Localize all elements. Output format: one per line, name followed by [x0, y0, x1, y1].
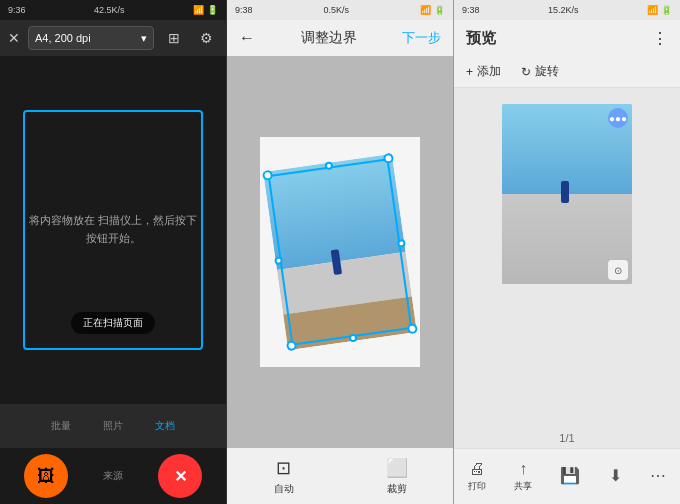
share-tool[interactable]: ↑ 共享 [514, 460, 532, 493]
status-bar-1: 9:36 42.5K/s 📶 🔋 [0, 0, 226, 20]
next-button[interactable]: 下一步 [402, 29, 441, 47]
crop-label: 裁剪 [387, 482, 407, 496]
scan-instructions: 将内容物放在 扫描仪上，然后按下 按钮开始。 [25, 212, 201, 247]
auto-icon: ⊡ [272, 456, 296, 480]
more-tool[interactable]: ⋯ [650, 466, 666, 487]
add-label: 添加 [477, 63, 501, 80]
page-indicator: 1/1 [454, 428, 680, 448]
speed-2: 0.5K/s [324, 5, 350, 15]
save-icon: 💾 [560, 466, 580, 485]
auto-label: 自动 [274, 482, 294, 496]
preview-title: 预览 [466, 29, 496, 48]
adjust-bottom-toolbar: ⊡ 自动 ⬜ 裁剪 [227, 448, 453, 504]
format-value: A4, 200 dpi [35, 32, 91, 44]
preview-panel: 9:38 15.2K/s 📶 🔋 预览 ⋮ + 添加 ↻ 旋转 ●●● ⊙ [454, 0, 680, 504]
signal-icons-2: 📶 🔋 [420, 5, 445, 15]
share-label: 共享 [514, 480, 532, 493]
tab-doc[interactable]: 文档 [155, 419, 175, 433]
settings-icon[interactable]: ⚙ [194, 26, 218, 50]
more-horiz-icon: ⋯ [650, 466, 666, 485]
status-bar-2: 9:38 0.5K/s 📶 🔋 [227, 0, 453, 20]
scan-area: 将内容物放在 扫描仪上，然后按下 按钮开始。 正在扫描页面 [0, 56, 226, 404]
adjust-content [227, 56, 453, 448]
preview-image [502, 104, 632, 284]
back-button[interactable]: ← [239, 29, 255, 47]
adjust-title: 调整边界 [301, 29, 357, 47]
add-icon: + [466, 65, 473, 79]
crop-icon: ⬜ [385, 456, 409, 480]
gallery-label: 来源 [103, 469, 123, 483]
adjust-border-panel: 9:38 0.5K/s 📶 🔋 ← 调整边界 下一步 [227, 0, 454, 504]
bottom-tabs: 批量 照片 文档 [0, 404, 226, 448]
tab-batch[interactable]: 批量 [51, 419, 71, 433]
rotate-icon: ↻ [521, 65, 531, 79]
preview-bottom-toolbar: 🖨 打印 ↑ 共享 💾 ⬇ ⋯ [454, 448, 680, 504]
format-select[interactable]: A4, 200 dpi ▾ [28, 26, 154, 50]
document-container [260, 137, 420, 367]
copy-icon[interactable]: ⊞ [162, 26, 186, 50]
gallery-button[interactable]: 🖼 [24, 454, 68, 498]
action-bar: + 添加 ↻ 旋转 [454, 56, 680, 88]
auto-tool[interactable]: ⊡ 自动 [272, 456, 296, 496]
preview-copy-button[interactable]: ⊙ [608, 260, 628, 280]
corner-handle-bl[interactable] [286, 340, 297, 351]
preview-toolbar: 预览 ⋮ [454, 20, 680, 56]
save-tool[interactable]: 💾 [560, 466, 580, 487]
tab-photo[interactable]: 照片 [103, 419, 123, 433]
download-tool[interactable]: ⬇ [609, 466, 622, 487]
preview-more-button[interactable]: ●●● [608, 108, 628, 128]
time-2: 9:38 [235, 5, 253, 15]
time-3: 9:38 [462, 5, 480, 15]
cancel-button[interactable]: ✕ [158, 454, 202, 498]
preview-content: ●●● ⊙ [454, 88, 680, 428]
menu-button[interactable]: ⋮ [652, 29, 668, 48]
speed-3: 15.2K/s [548, 5, 579, 15]
print-icon: 🖨 [469, 460, 485, 478]
download-icon: ⬇ [609, 466, 622, 485]
scanner-panel: 9:36 42.5K/s 📶 🔋 ✕ A4, 200 dpi ▾ ⊞ ⚙ 将内容… [0, 0, 227, 504]
gallery-icon: 🖼 [37, 466, 55, 487]
scan-status-badge: 正在扫描页面 [71, 312, 155, 334]
cancel-icon: ✕ [174, 467, 187, 486]
tab-batch-label: 批量 [51, 419, 71, 433]
rotate-action[interactable]: ↻ 旋转 [521, 63, 559, 80]
close-button[interactable]: ✕ [8, 30, 20, 46]
status-bar-3: 9:38 15.2K/s 📶 🔋 [454, 0, 680, 20]
preview-image-container: ●●● ⊙ [502, 104, 632, 284]
figure [561, 181, 569, 203]
rotate-label: 旋转 [535, 63, 559, 80]
corner-handle-br[interactable] [407, 323, 418, 334]
tab-doc-label: 文档 [155, 419, 175, 433]
share-icon: ↑ [519, 460, 527, 478]
adjust-toolbar: ← 调整边界 下一步 [227, 20, 453, 56]
crop-tool[interactable]: ⬜ 裁剪 [385, 456, 409, 496]
signal-icons-1: 📶 🔋 [193, 5, 218, 15]
chevron-down-icon: ▾ [141, 32, 147, 45]
tab-photo-label: 照片 [103, 419, 123, 433]
time-1: 9:36 [8, 5, 26, 15]
print-tool[interactable]: 🖨 打印 [468, 460, 486, 493]
add-action[interactable]: + 添加 [466, 63, 501, 80]
bottom-actions: 🖼 来源 ✕ [0, 448, 226, 504]
speed-1: 42.5K/s [94, 5, 125, 15]
scanner-toolbar: ✕ A4, 200 dpi ▾ ⊞ ⚙ [0, 20, 226, 56]
signal-icons-3: 📶 🔋 [647, 5, 672, 15]
print-label: 打印 [468, 480, 486, 493]
